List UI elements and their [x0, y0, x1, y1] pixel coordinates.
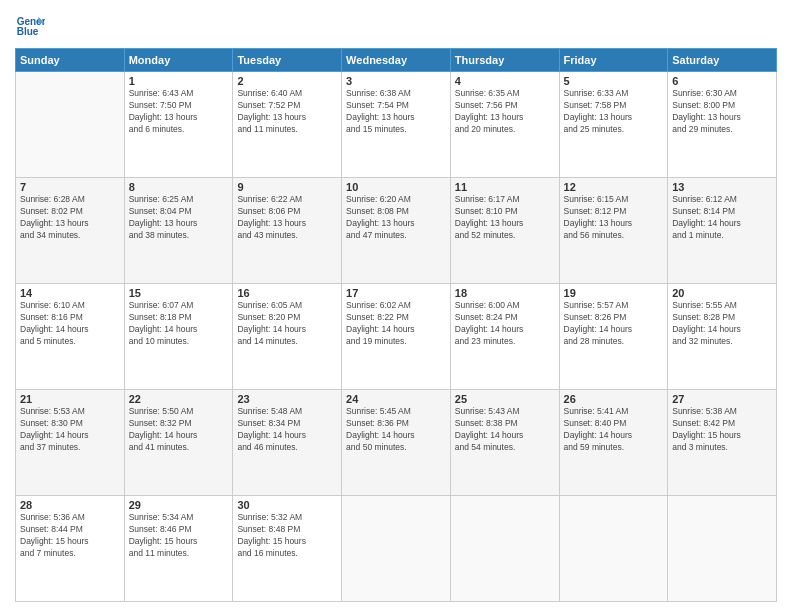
weekday-header: Wednesday	[342, 49, 451, 72]
day-info: Sunrise: 6:02 AMSunset: 8:22 PMDaylight:…	[346, 300, 446, 348]
day-info: Sunrise: 5:36 AMSunset: 8:44 PMDaylight:…	[20, 512, 120, 560]
calendar-week-row: 14Sunrise: 6:10 AMSunset: 8:16 PMDayligh…	[16, 284, 777, 390]
day-number: 21	[20, 393, 120, 405]
calendar-day: 2Sunrise: 6:40 AMSunset: 7:52 PMDaylight…	[233, 72, 342, 178]
calendar-day: 28Sunrise: 5:36 AMSunset: 8:44 PMDayligh…	[16, 496, 125, 602]
day-number: 11	[455, 181, 555, 193]
day-number: 10	[346, 181, 446, 193]
day-number: 5	[564, 75, 664, 87]
day-number: 29	[129, 499, 229, 511]
calendar-day: 14Sunrise: 6:10 AMSunset: 8:16 PMDayligh…	[16, 284, 125, 390]
day-info: Sunrise: 6:30 AMSunset: 8:00 PMDaylight:…	[672, 88, 772, 136]
weekday-header: Monday	[124, 49, 233, 72]
day-info: Sunrise: 6:07 AMSunset: 8:18 PMDaylight:…	[129, 300, 229, 348]
calendar-day: 4Sunrise: 6:35 AMSunset: 7:56 PMDaylight…	[450, 72, 559, 178]
day-number: 2	[237, 75, 337, 87]
calendar-week-row: 21Sunrise: 5:53 AMSunset: 8:30 PMDayligh…	[16, 390, 777, 496]
weekday-header: Thursday	[450, 49, 559, 72]
calendar-day: 18Sunrise: 6:00 AMSunset: 8:24 PMDayligh…	[450, 284, 559, 390]
day-info: Sunrise: 5:48 AMSunset: 8:34 PMDaylight:…	[237, 406, 337, 454]
day-info: Sunrise: 5:53 AMSunset: 8:30 PMDaylight:…	[20, 406, 120, 454]
day-number: 3	[346, 75, 446, 87]
day-info: Sunrise: 6:05 AMSunset: 8:20 PMDaylight:…	[237, 300, 337, 348]
day-number: 9	[237, 181, 337, 193]
day-number: 7	[20, 181, 120, 193]
logo-icon: General Blue	[15, 10, 45, 40]
day-info: Sunrise: 6:38 AMSunset: 7:54 PMDaylight:…	[346, 88, 446, 136]
calendar-day	[668, 496, 777, 602]
calendar-day: 13Sunrise: 6:12 AMSunset: 8:14 PMDayligh…	[668, 178, 777, 284]
weekday-header: Friday	[559, 49, 668, 72]
calendar-day: 6Sunrise: 6:30 AMSunset: 8:00 PMDaylight…	[668, 72, 777, 178]
day-info: Sunrise: 6:12 AMSunset: 8:14 PMDaylight:…	[672, 194, 772, 242]
day-info: Sunrise: 5:57 AMSunset: 8:26 PMDaylight:…	[564, 300, 664, 348]
calendar-day: 17Sunrise: 6:02 AMSunset: 8:22 PMDayligh…	[342, 284, 451, 390]
weekday-header: Tuesday	[233, 49, 342, 72]
weekday-header: Sunday	[16, 49, 125, 72]
calendar-day: 16Sunrise: 6:05 AMSunset: 8:20 PMDayligh…	[233, 284, 342, 390]
day-number: 22	[129, 393, 229, 405]
day-number: 19	[564, 287, 664, 299]
day-number: 23	[237, 393, 337, 405]
day-number: 14	[20, 287, 120, 299]
weekday-header: Saturday	[668, 49, 777, 72]
day-info: Sunrise: 6:35 AMSunset: 7:56 PMDaylight:…	[455, 88, 555, 136]
day-info: Sunrise: 6:17 AMSunset: 8:10 PMDaylight:…	[455, 194, 555, 242]
calendar-day: 30Sunrise: 5:32 AMSunset: 8:48 PMDayligh…	[233, 496, 342, 602]
day-number: 1	[129, 75, 229, 87]
calendar-day: 24Sunrise: 5:45 AMSunset: 8:36 PMDayligh…	[342, 390, 451, 496]
day-number: 20	[672, 287, 772, 299]
calendar-day: 20Sunrise: 5:55 AMSunset: 8:28 PMDayligh…	[668, 284, 777, 390]
calendar-day: 9Sunrise: 6:22 AMSunset: 8:06 PMDaylight…	[233, 178, 342, 284]
day-info: Sunrise: 6:00 AMSunset: 8:24 PMDaylight:…	[455, 300, 555, 348]
day-info: Sunrise: 5:41 AMSunset: 8:40 PMDaylight:…	[564, 406, 664, 454]
svg-text:Blue: Blue	[17, 26, 39, 37]
day-info: Sunrise: 5:55 AMSunset: 8:28 PMDaylight:…	[672, 300, 772, 348]
calendar-week-row: 28Sunrise: 5:36 AMSunset: 8:44 PMDayligh…	[16, 496, 777, 602]
day-number: 4	[455, 75, 555, 87]
day-number: 30	[237, 499, 337, 511]
calendar-day	[342, 496, 451, 602]
calendar-day: 3Sunrise: 6:38 AMSunset: 7:54 PMDaylight…	[342, 72, 451, 178]
day-number: 8	[129, 181, 229, 193]
day-info: Sunrise: 5:50 AMSunset: 8:32 PMDaylight:…	[129, 406, 229, 454]
calendar-day: 5Sunrise: 6:33 AMSunset: 7:58 PMDaylight…	[559, 72, 668, 178]
calendar-day	[559, 496, 668, 602]
calendar-day: 19Sunrise: 5:57 AMSunset: 8:26 PMDayligh…	[559, 284, 668, 390]
day-number: 12	[564, 181, 664, 193]
day-number: 18	[455, 287, 555, 299]
calendar-day: 23Sunrise: 5:48 AMSunset: 8:34 PMDayligh…	[233, 390, 342, 496]
day-info: Sunrise: 5:43 AMSunset: 8:38 PMDaylight:…	[455, 406, 555, 454]
page: General Blue SundayMondayTuesdayWednesda…	[0, 0, 792, 612]
day-number: 16	[237, 287, 337, 299]
day-number: 24	[346, 393, 446, 405]
calendar-day: 8Sunrise: 6:25 AMSunset: 8:04 PMDaylight…	[124, 178, 233, 284]
day-number: 13	[672, 181, 772, 193]
day-number: 27	[672, 393, 772, 405]
calendar-day: 7Sunrise: 6:28 AMSunset: 8:02 PMDaylight…	[16, 178, 125, 284]
header: General Blue	[15, 10, 777, 40]
day-number: 6	[672, 75, 772, 87]
day-info: Sunrise: 6:10 AMSunset: 8:16 PMDaylight:…	[20, 300, 120, 348]
logo: General Blue	[15, 10, 49, 40]
calendar-day: 25Sunrise: 5:43 AMSunset: 8:38 PMDayligh…	[450, 390, 559, 496]
calendar-day: 21Sunrise: 5:53 AMSunset: 8:30 PMDayligh…	[16, 390, 125, 496]
calendar-day: 29Sunrise: 5:34 AMSunset: 8:46 PMDayligh…	[124, 496, 233, 602]
calendar-day: 12Sunrise: 6:15 AMSunset: 8:12 PMDayligh…	[559, 178, 668, 284]
day-info: Sunrise: 6:33 AMSunset: 7:58 PMDaylight:…	[564, 88, 664, 136]
calendar-day: 27Sunrise: 5:38 AMSunset: 8:42 PMDayligh…	[668, 390, 777, 496]
day-info: Sunrise: 6:25 AMSunset: 8:04 PMDaylight:…	[129, 194, 229, 242]
calendar-table: SundayMondayTuesdayWednesdayThursdayFrid…	[15, 48, 777, 602]
day-info: Sunrise: 6:20 AMSunset: 8:08 PMDaylight:…	[346, 194, 446, 242]
day-number: 26	[564, 393, 664, 405]
calendar-day: 11Sunrise: 6:17 AMSunset: 8:10 PMDayligh…	[450, 178, 559, 284]
day-info: Sunrise: 5:45 AMSunset: 8:36 PMDaylight:…	[346, 406, 446, 454]
day-info: Sunrise: 6:43 AMSunset: 7:50 PMDaylight:…	[129, 88, 229, 136]
weekday-header-row: SundayMondayTuesdayWednesdayThursdayFrid…	[16, 49, 777, 72]
day-info: Sunrise: 6:22 AMSunset: 8:06 PMDaylight:…	[237, 194, 337, 242]
day-number: 17	[346, 287, 446, 299]
day-info: Sunrise: 6:15 AMSunset: 8:12 PMDaylight:…	[564, 194, 664, 242]
calendar-day: 15Sunrise: 6:07 AMSunset: 8:18 PMDayligh…	[124, 284, 233, 390]
calendar-day	[16, 72, 125, 178]
calendar-day: 22Sunrise: 5:50 AMSunset: 8:32 PMDayligh…	[124, 390, 233, 496]
